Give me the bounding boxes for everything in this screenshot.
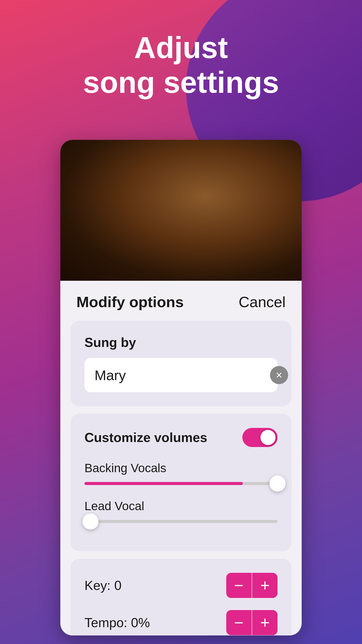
lead-vocal-container: Lead Vocal [84, 499, 278, 523]
tempo-label: Tempo: 0% [84, 615, 150, 630]
tempo-plus-button[interactable]: + [252, 610, 278, 635]
customize-volumes-row: Customize volumes [84, 428, 278, 447]
backing-vocals-fill [84, 482, 243, 485]
backing-vocals-thumb[interactable] [269, 475, 286, 492]
sung-by-input[interactable] [95, 367, 270, 383]
backing-vocals-track[interactable] [84, 482, 278, 485]
header-bar: Modify options Cancel [60, 281, 302, 321]
album-art [60, 140, 302, 281]
key-row: Key: 0 − + [84, 573, 278, 598]
customize-volumes-section: Customize volumes Backing Vocals Lead Vo… [70, 414, 292, 551]
key-label: Key: 0 [84, 578, 121, 593]
clear-icon: × [276, 370, 282, 381]
tempo-row: Tempo: 0% − + [84, 610, 278, 635]
modify-options-title: Modify options [76, 293, 184, 311]
toggle-thumb [260, 430, 276, 445]
customize-volumes-toggle[interactable] [242, 428, 278, 447]
tempo-minus-button[interactable]: − [226, 610, 251, 635]
lead-vocal-label: Lead Vocal [84, 499, 278, 513]
backing-vocals-container: Backing Vocals [84, 461, 278, 485]
tempo-stepper: − + [226, 610, 278, 635]
lead-vocal-thumb[interactable] [82, 513, 99, 530]
customize-volumes-label: Customize volumes [84, 430, 207, 445]
clear-input-button[interactable]: × [270, 366, 288, 384]
backing-vocals-label: Backing Vocals [84, 461, 278, 475]
key-stepper: − + [226, 573, 278, 598]
settings-card: Modify options Cancel Sung by × Customiz… [60, 140, 302, 635]
page-title: Adjust song settings [63, 30, 299, 100]
lead-vocal-track[interactable] [84, 520, 278, 523]
sung-by-section: Sung by × [70, 321, 292, 406]
sung-by-label: Sung by [84, 335, 278, 350]
cancel-button[interactable]: Cancel [239, 293, 286, 311]
sung-by-input-wrapper: × [84, 358, 278, 392]
key-tempo-section: Key: 0 − + Tempo: 0% − + Save my options [70, 559, 292, 635]
key-plus-button[interactable]: + [252, 573, 278, 598]
key-minus-button[interactable]: − [226, 573, 251, 598]
